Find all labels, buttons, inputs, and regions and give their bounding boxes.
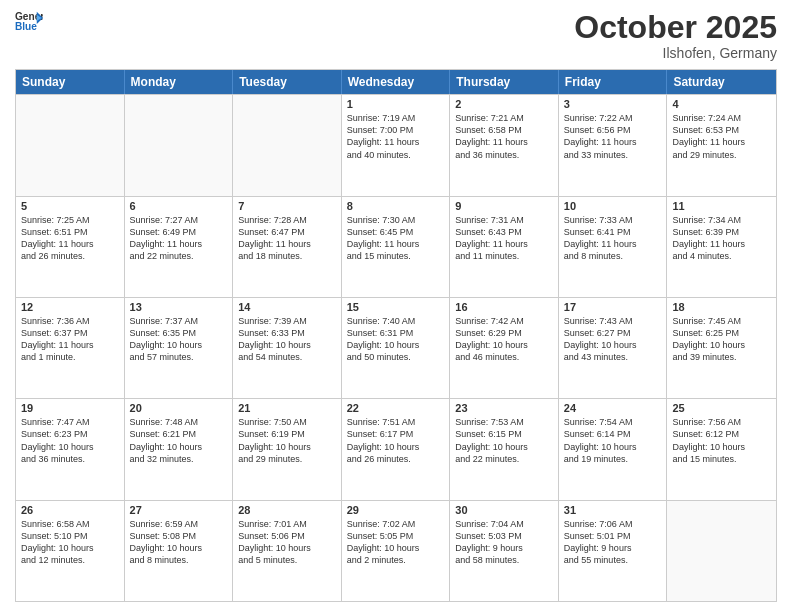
- cell-text: Sunrise: 7:30 AM Sunset: 6:45 PM Dayligh…: [347, 214, 445, 263]
- day-number: 4: [672, 98, 771, 110]
- day-number: 31: [564, 504, 662, 516]
- calendar-cell: 13Sunrise: 7:37 AM Sunset: 6:35 PM Dayli…: [125, 298, 234, 398]
- calendar-cell: 21Sunrise: 7:50 AM Sunset: 6:19 PM Dayli…: [233, 399, 342, 499]
- calendar-row: 19Sunrise: 7:47 AM Sunset: 6:23 PM Dayli…: [16, 398, 776, 499]
- calendar-cell: 15Sunrise: 7:40 AM Sunset: 6:31 PM Dayli…: [342, 298, 451, 398]
- day-number: 14: [238, 301, 336, 313]
- day-number: 2: [455, 98, 553, 110]
- day-number: 13: [130, 301, 228, 313]
- calendar-row: 5Sunrise: 7:25 AM Sunset: 6:51 PM Daylig…: [16, 196, 776, 297]
- title-area: October 2025 Ilshofen, Germany: [574, 10, 777, 61]
- cell-text: Sunrise: 7:39 AM Sunset: 6:33 PM Dayligh…: [238, 315, 336, 364]
- day-number: 11: [672, 200, 771, 212]
- cell-text: Sunrise: 7:25 AM Sunset: 6:51 PM Dayligh…: [21, 214, 119, 263]
- calendar-cell: [125, 95, 234, 195]
- cell-text: Sunrise: 7:43 AM Sunset: 6:27 PM Dayligh…: [564, 315, 662, 364]
- calendar-body: 1Sunrise: 7:19 AM Sunset: 7:00 PM Daylig…: [16, 94, 776, 601]
- cell-text: Sunrise: 7:01 AM Sunset: 5:06 PM Dayligh…: [238, 518, 336, 567]
- cell-text: Sunrise: 7:51 AM Sunset: 6:17 PM Dayligh…: [347, 416, 445, 465]
- calendar-cell: 8Sunrise: 7:30 AM Sunset: 6:45 PM Daylig…: [342, 197, 451, 297]
- cell-text: Sunrise: 7:53 AM Sunset: 6:15 PM Dayligh…: [455, 416, 553, 465]
- cell-text: Sunrise: 7:02 AM Sunset: 5:05 PM Dayligh…: [347, 518, 445, 567]
- day-number: 10: [564, 200, 662, 212]
- day-number: 20: [130, 402, 228, 414]
- day-number: 23: [455, 402, 553, 414]
- day-number: 26: [21, 504, 119, 516]
- calendar-cell: 25Sunrise: 7:56 AM Sunset: 6:12 PM Dayli…: [667, 399, 776, 499]
- calendar-cell: 3Sunrise: 7:22 AM Sunset: 6:56 PM Daylig…: [559, 95, 668, 195]
- calendar-cell: 18Sunrise: 7:45 AM Sunset: 6:25 PM Dayli…: [667, 298, 776, 398]
- calendar-cell: 19Sunrise: 7:47 AM Sunset: 6:23 PM Dayli…: [16, 399, 125, 499]
- calendar-cell: 5Sunrise: 7:25 AM Sunset: 6:51 PM Daylig…: [16, 197, 125, 297]
- weekday-header: Tuesday: [233, 70, 342, 94]
- day-number: 22: [347, 402, 445, 414]
- calendar-cell: 22Sunrise: 7:51 AM Sunset: 6:17 PM Dayli…: [342, 399, 451, 499]
- calendar-cell: 6Sunrise: 7:27 AM Sunset: 6:49 PM Daylig…: [125, 197, 234, 297]
- weekday-header: Sunday: [16, 70, 125, 94]
- weekday-header: Wednesday: [342, 70, 451, 94]
- calendar-row: 1Sunrise: 7:19 AM Sunset: 7:00 PM Daylig…: [16, 94, 776, 195]
- cell-text: Sunrise: 7:28 AM Sunset: 6:47 PM Dayligh…: [238, 214, 336, 263]
- calendar-cell: 27Sunrise: 6:59 AM Sunset: 5:08 PM Dayli…: [125, 501, 234, 601]
- calendar-cell: 2Sunrise: 7:21 AM Sunset: 6:58 PM Daylig…: [450, 95, 559, 195]
- weekday-header: Thursday: [450, 70, 559, 94]
- day-number: 25: [672, 402, 771, 414]
- cell-text: Sunrise: 7:45 AM Sunset: 6:25 PM Dayligh…: [672, 315, 771, 364]
- day-number: 30: [455, 504, 553, 516]
- calendar: SundayMondayTuesdayWednesdayThursdayFrid…: [15, 69, 777, 602]
- day-number: 7: [238, 200, 336, 212]
- day-number: 15: [347, 301, 445, 313]
- day-number: 16: [455, 301, 553, 313]
- day-number: 5: [21, 200, 119, 212]
- calendar-cell: 31Sunrise: 7:06 AM Sunset: 5:01 PM Dayli…: [559, 501, 668, 601]
- calendar-cell: 17Sunrise: 7:43 AM Sunset: 6:27 PM Dayli…: [559, 298, 668, 398]
- day-number: 1: [347, 98, 445, 110]
- cell-text: Sunrise: 7:42 AM Sunset: 6:29 PM Dayligh…: [455, 315, 553, 364]
- cell-text: Sunrise: 7:48 AM Sunset: 6:21 PM Dayligh…: [130, 416, 228, 465]
- cell-text: Sunrise: 7:06 AM Sunset: 5:01 PM Dayligh…: [564, 518, 662, 567]
- cell-text: Sunrise: 7:22 AM Sunset: 6:56 PM Dayligh…: [564, 112, 662, 161]
- weekday-header: Monday: [125, 70, 234, 94]
- calendar-cell: 29Sunrise: 7:02 AM Sunset: 5:05 PM Dayli…: [342, 501, 451, 601]
- calendar-cell: [16, 95, 125, 195]
- header: General Blue October 2025 Ilshofen, Germ…: [15, 10, 777, 61]
- calendar-cell: 20Sunrise: 7:48 AM Sunset: 6:21 PM Dayli…: [125, 399, 234, 499]
- calendar-cell: 1Sunrise: 7:19 AM Sunset: 7:00 PM Daylig…: [342, 95, 451, 195]
- day-number: 19: [21, 402, 119, 414]
- svg-text:Blue: Blue: [15, 21, 37, 32]
- calendar-cell: [233, 95, 342, 195]
- day-number: 29: [347, 504, 445, 516]
- cell-text: Sunrise: 7:31 AM Sunset: 6:43 PM Dayligh…: [455, 214, 553, 263]
- logo-icon: General Blue: [15, 10, 43, 32]
- calendar-row: 12Sunrise: 7:36 AM Sunset: 6:37 PM Dayli…: [16, 297, 776, 398]
- cell-text: Sunrise: 7:47 AM Sunset: 6:23 PM Dayligh…: [21, 416, 119, 465]
- logo: General Blue: [15, 10, 43, 32]
- calendar-header: SundayMondayTuesdayWednesdayThursdayFrid…: [16, 70, 776, 94]
- cell-text: Sunrise: 7:36 AM Sunset: 6:37 PM Dayligh…: [21, 315, 119, 364]
- calendar-row: 26Sunrise: 6:58 AM Sunset: 5:10 PM Dayli…: [16, 500, 776, 601]
- day-number: 3: [564, 98, 662, 110]
- day-number: 28: [238, 504, 336, 516]
- day-number: 9: [455, 200, 553, 212]
- calendar-cell: 14Sunrise: 7:39 AM Sunset: 6:33 PM Dayli…: [233, 298, 342, 398]
- cell-text: Sunrise: 7:24 AM Sunset: 6:53 PM Dayligh…: [672, 112, 771, 161]
- month-title: October 2025: [574, 10, 777, 45]
- cell-text: Sunrise: 6:58 AM Sunset: 5:10 PM Dayligh…: [21, 518, 119, 567]
- day-number: 18: [672, 301, 771, 313]
- calendar-cell: 11Sunrise: 7:34 AM Sunset: 6:39 PM Dayli…: [667, 197, 776, 297]
- calendar-cell: 26Sunrise: 6:58 AM Sunset: 5:10 PM Dayli…: [16, 501, 125, 601]
- cell-text: Sunrise: 7:40 AM Sunset: 6:31 PM Dayligh…: [347, 315, 445, 364]
- calendar-cell: 9Sunrise: 7:31 AM Sunset: 6:43 PM Daylig…: [450, 197, 559, 297]
- calendar-cell: 28Sunrise: 7:01 AM Sunset: 5:06 PM Dayli…: [233, 501, 342, 601]
- cell-text: Sunrise: 7:37 AM Sunset: 6:35 PM Dayligh…: [130, 315, 228, 364]
- day-number: 21: [238, 402, 336, 414]
- cell-text: Sunrise: 7:50 AM Sunset: 6:19 PM Dayligh…: [238, 416, 336, 465]
- calendar-cell: 7Sunrise: 7:28 AM Sunset: 6:47 PM Daylig…: [233, 197, 342, 297]
- cell-text: Sunrise: 6:59 AM Sunset: 5:08 PM Dayligh…: [130, 518, 228, 567]
- day-number: 6: [130, 200, 228, 212]
- cell-text: Sunrise: 7:04 AM Sunset: 5:03 PM Dayligh…: [455, 518, 553, 567]
- page: General Blue October 2025 Ilshofen, Germ…: [0, 0, 792, 612]
- day-number: 8: [347, 200, 445, 212]
- day-number: 17: [564, 301, 662, 313]
- calendar-cell: 23Sunrise: 7:53 AM Sunset: 6:15 PM Dayli…: [450, 399, 559, 499]
